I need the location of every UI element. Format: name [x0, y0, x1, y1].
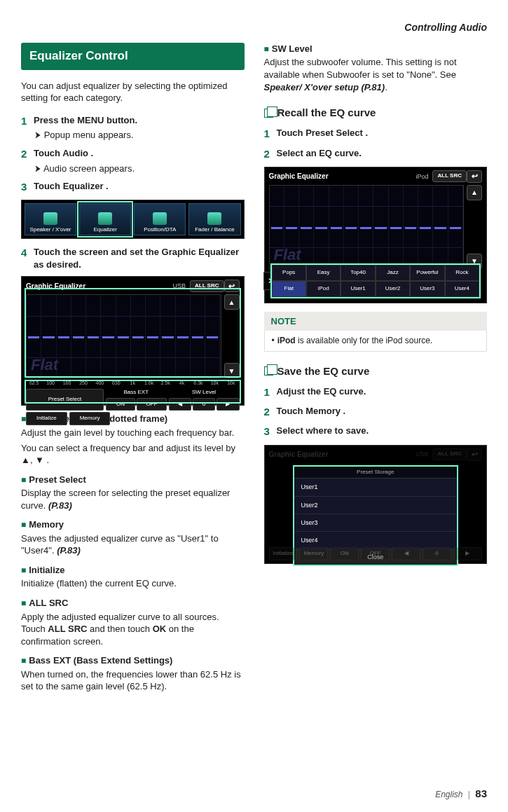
right-column: ■SW Level Adjust the subwoofer volume. T…: [264, 43, 488, 696]
sw-value: 0: [423, 547, 451, 560]
step-text: Touch Memory .: [277, 405, 488, 419]
heading-text: Save the EQ curve: [277, 364, 370, 378]
gain-down-button: ▼: [224, 363, 240, 378]
memory-button: Memory: [69, 412, 111, 425]
t: button.: [104, 115, 137, 125]
preset-select-button: Preset Select: [26, 389, 104, 411]
step-result: ➤ Audio screen appears.: [34, 163, 245, 175]
square-icon: ■: [21, 656, 26, 666]
t: Audio screen appears.: [43, 163, 135, 174]
fader-balance-tile: Fader / Balance: [188, 203, 240, 235]
storage-user2: User2: [294, 497, 458, 514]
chevron-right-icon: ➤: [35, 129, 41, 142]
heading-text: Recall the EQ curve: [277, 106, 376, 120]
item-title: ALL SRC: [29, 598, 68, 608]
item-initialize: ■Initialize Initialize (flatten) the cur…: [21, 564, 245, 590]
item-desc: Adjust the subwoofer volume. This settin…: [264, 56, 488, 93]
step-number: 4: [21, 246, 34, 270]
item-title: Memory: [29, 519, 64, 530]
square-icon: ■: [21, 598, 26, 608]
sw-inc-button: ▶: [453, 547, 482, 560]
item-sw-level: ■SW Level Adjust the subwoofer volume. T…: [264, 43, 488, 93]
step-number: 1: [21, 114, 34, 142]
page-ref: (P.83): [57, 545, 81, 556]
eq-graph: Flat: [26, 294, 221, 378]
square-icon: ■: [21, 520, 26, 530]
audio-menu-screenshot: Speaker / X'over Equalizer Position/DTA …: [21, 200, 245, 239]
menu-key: MENU: [77, 115, 104, 125]
audio-key: Audio: [62, 148, 88, 158]
sw-dec-button: ◀: [169, 398, 191, 411]
curve-name: Flat: [274, 245, 301, 266]
all-src-button: ALL SRC: [190, 280, 224, 292]
note-box: NOTE •iPod is available only for the iPo…: [264, 312, 488, 352]
item-allsrc: ■ALL SRC Apply the adjusted equalizer cu…: [21, 597, 245, 647]
up-arrow-icon: ▲: [21, 455, 30, 465]
step-number: 1: [264, 385, 277, 399]
step-1: 1 Press the MENU button. ➤ Popup menu ap…: [21, 114, 245, 142]
save-step-3: 3 Select where to save.: [264, 425, 488, 439]
page-ref: Speaker/ X'over setup (P.81): [264, 82, 385, 92]
step-text: Adjust the EQ curve.: [277, 385, 488, 399]
storage-title: Preset Storage: [294, 467, 458, 479]
recall-step-2: 2 Select an EQ curve.: [264, 147, 488, 161]
note-label: NOTE: [264, 312, 488, 331]
step-number: 3: [21, 180, 34, 194]
item-bassext: ■Bass EXT (Bass Extend Settings) When tu…: [21, 654, 245, 693]
label: Equalizer: [94, 226, 117, 234]
sw-level-label: SW Level: [169, 389, 240, 397]
preset-ipod: iPod: [306, 281, 341, 297]
t: .: [88, 148, 93, 158]
page-ref: (P.83): [48, 500, 72, 511]
step-4: 4 Touch the screen and set the Graphic E…: [21, 246, 245, 270]
gain-up-button: ▲: [224, 294, 240, 310]
item-memory: ■Memory Saves the adjusted equalizer cur…: [21, 518, 245, 557]
item-suffix: (Bass Extend Settings): [71, 655, 172, 666]
step-text: Select an EQ curve.: [277, 147, 488, 161]
step-text: Press the MENU button.: [34, 114, 245, 127]
label: Position/DTA: [144, 226, 176, 234]
window-icon: [264, 109, 273, 118]
back-icon: ↩: [224, 280, 240, 292]
note-body: •iPod is available only for the iPod sou…: [264, 331, 488, 351]
step-number: 2: [21, 147, 34, 174]
preset-user4: User4: [445, 281, 479, 297]
item-title: Preset Select: [29, 474, 86, 485]
content-columns: Equalizer Control You can adjust equaliz…: [21, 43, 487, 696]
storage-user3: User3: [294, 514, 458, 532]
item-desc: When turned on, the frequencies lower th…: [21, 668, 245, 693]
position-icon: [153, 212, 167, 225]
preset-user2: User2: [376, 281, 410, 297]
item-title: Initialize: [29, 565, 64, 575]
speaker-icon: [43, 212, 57, 225]
initialize-button: Initialize: [269, 547, 298, 560]
save-heading: Save the EQ curve: [264, 364, 488, 378]
freq-labels: 62.51001602504006301k1.6k2.5k4k6.3k10k16…: [26, 380, 240, 386]
chapter-header: Controlling Audio: [21, 21, 487, 34]
off-button: OFF: [361, 547, 390, 560]
page-footer: English | 83: [435, 787, 487, 801]
eq-graph: Flat: [269, 185, 465, 269]
preset-rock: Rock: [445, 265, 479, 281]
position-dta-tile: Position/DTA: [134, 203, 186, 235]
bass-ext-label: Bass EXT: [106, 389, 167, 397]
sw-value: 0: [193, 398, 215, 411]
gain-up-button: ▲: [467, 185, 482, 200]
t: .: [103, 181, 108, 191]
geq-title: Graphic Equalizer: [26, 282, 85, 291]
item-desc: Initialize (flatten) the current EQ curv…: [21, 577, 245, 590]
sw-dec-button: ◀: [392, 547, 420, 560]
step-text: Touch the screen and set the Graphic Equ…: [34, 246, 245, 270]
language-label: English: [435, 790, 462, 799]
down-arrow-icon: ▼: [35, 455, 44, 465]
recall-step-1: 1 Touch Preset Select .: [264, 127, 488, 141]
item-desc: Apply the adjusted equalizer curve to al…: [21, 611, 245, 648]
preset-select-screenshot: Graphic Equalizer iPod ALL SRC ↩ Flat ▲ …: [264, 167, 488, 303]
on-button: ON: [106, 398, 135, 411]
item-desc: Adjust the gain level by touching each f…: [21, 427, 245, 439]
step-number: 3: [264, 425, 277, 439]
step-result: ➤ Popup menu appears.: [34, 129, 245, 142]
save-step-2: 2 Touch Memory .: [264, 405, 488, 419]
window-icon: [264, 366, 273, 376]
item-preset: ■Preset Select Display the screen for se…: [21, 474, 245, 512]
